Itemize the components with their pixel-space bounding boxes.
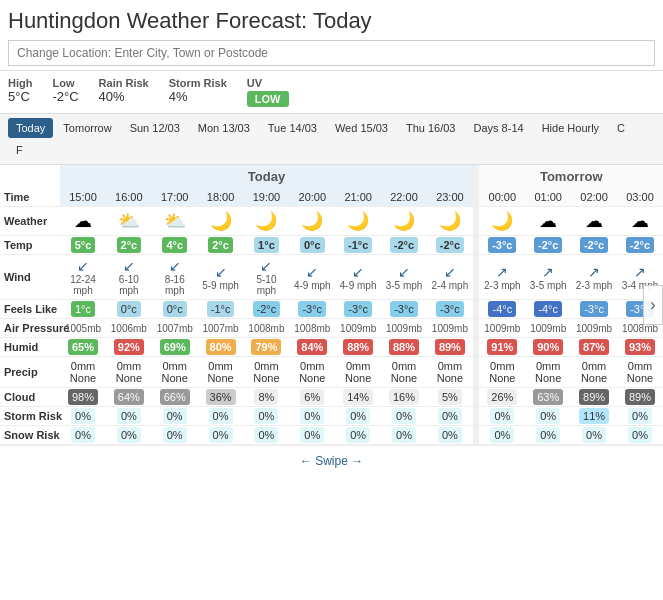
time-0200: 02:00 bbox=[571, 188, 617, 207]
tab-fahrenheit[interactable]: F bbox=[8, 140, 31, 160]
air-0100: 1009mb bbox=[525, 319, 571, 338]
snow-2300: 0% bbox=[427, 426, 473, 445]
uv-label: UV bbox=[247, 77, 289, 89]
tab-wed[interactable]: Wed 15/03 bbox=[327, 118, 396, 138]
storm-badge: 0% bbox=[346, 408, 370, 424]
tab-days[interactable]: Days 8-14 bbox=[466, 118, 532, 138]
time-0300: 03:00 bbox=[617, 188, 663, 207]
feels-badge: -2°c bbox=[253, 301, 281, 317]
feels-badge: 0°c bbox=[163, 301, 187, 317]
humid-badge: 65% bbox=[68, 339, 98, 355]
humid-label: Humid bbox=[0, 338, 60, 357]
snow-0000: 0% bbox=[479, 426, 525, 445]
humid-badge: 79% bbox=[251, 339, 281, 355]
tab-hide-hourly[interactable]: Hide Hourly bbox=[534, 118, 607, 138]
temp-2000: 0°c bbox=[289, 236, 335, 255]
cloud-badge: 63% bbox=[533, 389, 563, 405]
tab-mon[interactable]: Mon 13/03 bbox=[190, 118, 258, 138]
tab-sun[interactable]: Sun 12/03 bbox=[122, 118, 188, 138]
wind-2200: ↙3-5 mph bbox=[381, 255, 427, 300]
humid-badge: 91% bbox=[487, 339, 517, 355]
humid-1600: 92% bbox=[106, 338, 152, 357]
partly-cloudy-icon: ⛅ bbox=[118, 211, 140, 231]
weather-0100: ☁ bbox=[525, 207, 571, 236]
cloud-badge: 98% bbox=[68, 389, 98, 405]
cloud-1800: 36% bbox=[198, 388, 244, 407]
tab-today[interactable]: Today bbox=[8, 118, 53, 138]
storm-badge: 0% bbox=[117, 408, 141, 424]
weather-1800: 🌙 bbox=[198, 207, 244, 236]
tab-tomorrow[interactable]: Tomorrow bbox=[55, 118, 119, 138]
cloud-2300: 5% bbox=[427, 388, 473, 407]
swipe-bar: ← Swipe → bbox=[0, 445, 663, 476]
storm-risk-row: Storm Risk 0% 0% 0% 0% 0% 0% 0% 0% 0% 0%… bbox=[0, 407, 663, 426]
snow-badge: 0% bbox=[346, 427, 370, 443]
tab-tue[interactable]: Tue 14/03 bbox=[260, 118, 325, 138]
temp-1900: 1°c bbox=[244, 236, 290, 255]
air-1900: 1008mb bbox=[244, 319, 290, 338]
humid-badge: 88% bbox=[389, 339, 419, 355]
storm-badge: 0% bbox=[300, 408, 324, 424]
air-pressure-row: Air Pressure 1005mb 1006mb 1007mb 1007mb… bbox=[0, 319, 663, 338]
time-row: Time 15:00 16:00 17:00 18:00 19:00 20:00… bbox=[0, 188, 663, 207]
cloud-2100: 14% bbox=[335, 388, 381, 407]
temp-badge: -2°c bbox=[436, 237, 464, 253]
precip-1500: 0mmNone bbox=[60, 357, 106, 388]
humid-2000: 84% bbox=[289, 338, 335, 357]
humid-0000: 91% bbox=[479, 338, 525, 357]
time-2100: 21:00 bbox=[335, 188, 381, 207]
snow-badge: 0% bbox=[490, 427, 514, 443]
feels-badge: 0°c bbox=[117, 301, 141, 317]
header: Huntingdon Weather Forecast: Today bbox=[0, 0, 663, 71]
tab-celsius[interactable]: C bbox=[609, 118, 633, 138]
storm-2100: 0% bbox=[335, 407, 381, 426]
temp-badge: 2°c bbox=[208, 237, 233, 253]
snow-badge: 0% bbox=[117, 427, 141, 443]
air-1700: 1007mb bbox=[152, 319, 198, 338]
cloud-moon-icon2: ☁ bbox=[539, 211, 557, 231]
temp-1600: 2°c bbox=[106, 236, 152, 255]
feels-0000: -4°c bbox=[479, 300, 525, 319]
storm-value: 4% bbox=[169, 89, 227, 104]
time-0100: 01:00 bbox=[525, 188, 571, 207]
precip-2100: 0mmNone bbox=[335, 357, 381, 388]
storm-risk-label: Storm Risk bbox=[0, 407, 60, 426]
wind-2100: ↙4-9 mph bbox=[335, 255, 381, 300]
feels-badge: -4°c bbox=[534, 301, 562, 317]
wind-1800: ↙5-9 mph bbox=[198, 255, 244, 300]
snow-badge: 0% bbox=[209, 427, 233, 443]
precip-2000: 0mmNone bbox=[289, 357, 335, 388]
section-header-row: Today Tomorrow bbox=[0, 165, 663, 188]
temp-badge: -2°c bbox=[390, 237, 418, 253]
cloud-1600: 64% bbox=[106, 388, 152, 407]
storm-badge: 0% bbox=[392, 408, 416, 424]
snow-1800: 0% bbox=[198, 426, 244, 445]
time-0000: 00:00 bbox=[479, 188, 525, 207]
wind-arrow: ↙ bbox=[337, 264, 379, 280]
feels-1500: 1°c bbox=[60, 300, 106, 319]
tab-thu[interactable]: Thu 16/03 bbox=[398, 118, 464, 138]
scroll-right-arrow[interactable]: › bbox=[643, 285, 663, 325]
storm-2300: 0% bbox=[427, 407, 473, 426]
snow-badge: 0% bbox=[582, 427, 606, 443]
storm-badge: 0% bbox=[490, 408, 514, 424]
time-2000: 20:00 bbox=[289, 188, 335, 207]
storm-0000: 0% bbox=[479, 407, 525, 426]
cloud-2200: 16% bbox=[381, 388, 427, 407]
page-title: Huntingdon Weather Forecast: Today bbox=[8, 8, 655, 34]
cloud-badge: 8% bbox=[254, 389, 278, 405]
storm-badge: 0% bbox=[209, 408, 233, 424]
time-1500: 15:00 bbox=[60, 188, 106, 207]
storm-1900: 0% bbox=[244, 407, 290, 426]
wind-label: Wind bbox=[0, 255, 60, 300]
storm-2000: 0% bbox=[289, 407, 335, 426]
snow-badge: 0% bbox=[392, 427, 416, 443]
temp-badge: 4°c bbox=[162, 237, 187, 253]
temp-badge: -2°c bbox=[580, 237, 608, 253]
wind-arrow: ↙ bbox=[383, 264, 425, 280]
snow-risk-row: Snow Risk 0% 0% 0% 0% 0% 0% 0% 0% 0% 0% … bbox=[0, 426, 663, 445]
snow-0100: 0% bbox=[525, 426, 571, 445]
cloud-icon2: ☁ bbox=[585, 211, 603, 231]
weather-label: Weather bbox=[0, 207, 60, 236]
location-input[interactable] bbox=[8, 40, 655, 66]
